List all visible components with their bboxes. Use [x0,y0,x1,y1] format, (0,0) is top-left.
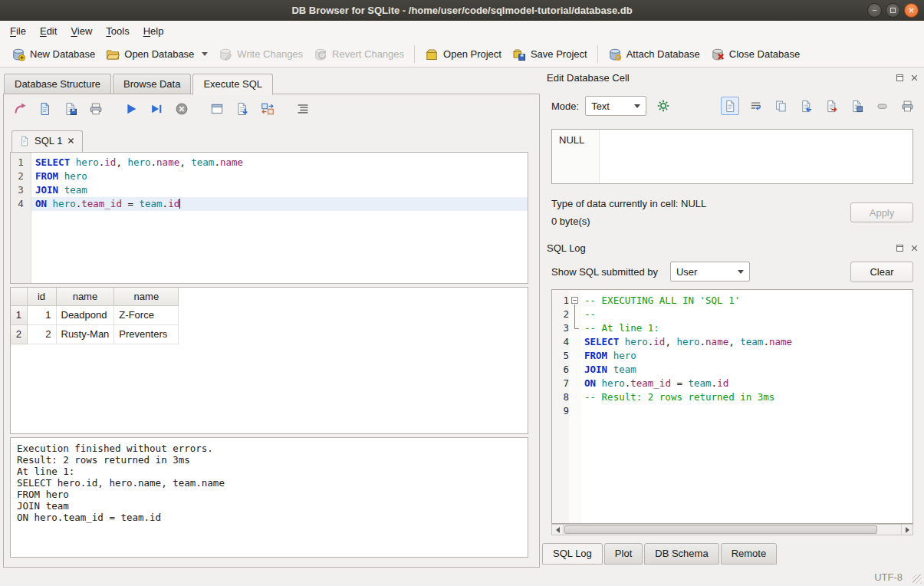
editor-line[interactable]: SELECT hero.id, hero.name, team.name [31,156,528,170]
fold-toggle-icon[interactable]: − [571,297,578,304]
toolbar-open-database[interactable]: Open Database [100,44,213,64]
save-results-button[interactable] [232,99,252,119]
table-cell[interactable]: 2 [27,324,56,344]
menu-view[interactable]: View [64,22,99,40]
import-button[interactable] [797,97,815,115]
editor-line[interactable]: ON hero.team_id = team.id [31,197,528,211]
table-row[interactable]: 22Rusty-ManPreventers [11,324,179,344]
open-file-button[interactable] [35,99,55,119]
execute-all-icon [124,102,138,116]
column-header[interactable]: name [56,288,114,305]
minimize-button[interactable]: − [867,3,882,18]
scrollbar-track[interactable] [878,525,901,535]
print-cell-button[interactable] [898,97,916,115]
log-line-numbers: 123456789 [552,290,569,523]
export-button[interactable] [822,97,840,115]
toolbar-save-project[interactable]: Save Project [507,44,593,64]
stop-button[interactable] [172,99,192,119]
print-button[interactable] [86,99,106,119]
apply-format-icon [656,99,670,113]
auto-format-button[interactable] [293,99,313,119]
panel-close-icon[interactable] [909,243,919,253]
mode-label: Mode: [551,100,579,112]
apply-format-button[interactable] [653,96,674,116]
scroll-left-icon[interactable] [552,525,564,535]
new-window-button[interactable] [207,99,227,119]
log-fold-column: − [569,290,581,523]
table-cell[interactable]: Deadpond [56,305,114,324]
mode-row: Mode: Text [551,95,916,117]
dropdown-arrow-icon[interactable] [202,52,208,56]
titlebar[interactable]: DB Browser for SQLite - /home/user/code/… [0,0,924,21]
encoding-label: UTF-8 [874,571,903,583]
editor-code[interactable]: SELECT hero.id, hero.name, team.nameFROM… [31,153,528,283]
apply-button[interactable]: Apply [850,202,913,222]
export-icon [825,100,838,113]
menu-tools[interactable]: Tools [99,22,136,40]
bottom-tab-db-schema[interactable]: DB Schema [644,543,718,565]
submitter-select[interactable]: User [670,262,750,281]
table-cell[interactable]: Rusty-Man [56,324,114,344]
bottom-tab-plot[interactable]: Plot [604,543,643,565]
execution-log[interactable]: Execution finished without errors. Resul… [10,437,528,558]
log-line [581,404,912,418]
word-wrap-button[interactable] [746,97,765,115]
log-line: FROM hero [581,349,912,363]
log-line: -- [581,308,912,321]
editor-line[interactable]: JOIN team [31,183,528,197]
undock-icon[interactable] [895,73,905,83]
cell-icon-row [721,97,916,115]
horizontal-scrollbar[interactable] [551,524,913,535]
toolbar-attach-database[interactable]: Attach Database [603,44,705,64]
sql-log-view[interactable]: 123456789 − -- EXECUTING ALL IN 'SQL 1'-… [551,289,913,524]
copy-button[interactable] [771,97,790,115]
revert-changes-icon [314,48,327,61]
row-number[interactable]: 1 [11,305,27,324]
table-cell[interactable]: Z-Force [114,305,179,324]
table-cell[interactable]: 1 [27,305,56,324]
menu-file[interactable]: File [3,22,33,40]
set-null-button[interactable] [873,97,891,115]
sql-toolbar [10,99,318,119]
results-grid[interactable]: idnamename11DeadpondZ-Force22Rusty-ManPr… [10,287,528,434]
menu-edit[interactable]: Edit [33,22,64,40]
bottom-tab-sql-log[interactable]: SQL Log [542,543,603,565]
close-button[interactable]: × [904,3,919,18]
row-number[interactable]: 2 [11,324,27,344]
tab-execute-sql[interactable]: Execute SQL [192,74,273,95]
save-as-button[interactable] [847,97,866,115]
table-row[interactable]: 11DeadpondZ-Force [11,305,179,324]
editor-line[interactable]: FROM hero [31,170,528,183]
clear-button[interactable]: Clear [850,262,913,282]
execute-all-button[interactable] [121,99,141,119]
save-file-button[interactable] [61,99,81,119]
scroll-right-icon[interactable] [901,525,912,535]
toolbar-separator [597,45,598,63]
find-replace-button[interactable] [258,99,278,119]
right-panel: Edit Database Cell Mode: Text NULL T [542,67,924,568]
panel-close-icon[interactable] [909,73,919,83]
menu-help[interactable]: Help [136,22,171,40]
tab-database-structure[interactable]: Database Structure [4,74,111,94]
execute-current-line-icon [150,102,163,116]
tab-browse-data[interactable]: Browse Data [113,74,191,94]
log-line: -- EXECUTING ALL IN 'SQL 1' [581,294,912,308]
execute-current-line-button[interactable] [146,99,166,119]
tab-close-icon[interactable] [67,137,75,145]
toolbar-open-project[interactable]: Open Project [419,44,507,64]
open-in-tab-button[interactable] [10,99,30,119]
undock-icon[interactable] [895,243,905,253]
toolbar-new-database[interactable]: New Database [6,44,100,64]
cell-editor[interactable]: NULL [551,129,913,184]
sql-editor[interactable]: 1234 SELECT hero.id, hero.name, team.nam… [10,152,528,284]
text-view-button[interactable] [721,97,739,115]
mode-select[interactable]: Text [585,96,646,116]
scrollbar-thumb[interactable] [564,525,877,534]
table-cell[interactable]: Preventers [114,324,179,344]
sql-tab[interactable]: SQL 1 [12,130,83,152]
column-header[interactable]: name [114,288,179,305]
toolbar-close-database[interactable]: Close Database [705,44,806,64]
column-header[interactable]: id [27,288,56,305]
bottom-tab-remote[interactable]: Remote [721,543,778,565]
maximize-button[interactable] [886,3,900,18]
